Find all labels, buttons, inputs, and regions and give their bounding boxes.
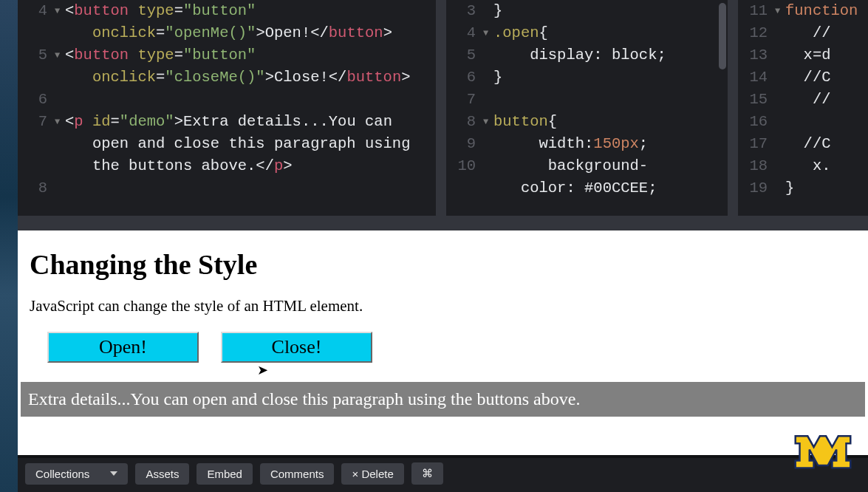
button-row: Open! Close! [30,332,856,363]
michigan-logo-icon [791,430,855,473]
output-preview: Changing the Style JavaScript can change… [18,230,868,455]
js-editor-panel[interactable]: 11▼function 12 // 13 x=d 14 //C 15 // 16… [738,0,868,216]
assets-button[interactable]: Assets [135,463,189,485]
collections-button[interactable]: Collections [25,463,128,485]
close-button[interactable]: Close! [221,332,372,363]
editor-panels: 4▼<button type="button" onclick="openMe(… [18,0,868,216]
shortcuts-button[interactable]: ⌘ [411,462,443,485]
output-heading: Changing the Style [30,248,856,281]
html-editor-panel[interactable]: 4▼<button type="button" onclick="openMe(… [18,0,446,216]
delete-button[interactable]: × Delete [341,463,403,485]
scrollbar-thumb[interactable] [719,3,726,69]
comments-button[interactable]: Comments [260,463,335,485]
chevron-down-icon [110,471,117,476]
demo-paragraph: Extra details...You can open and close t… [21,382,865,417]
css-code[interactable]: 3} 4▼.open{ 5 display: block; 6} 7 8▼but… [446,0,728,199]
desktop-background-strip [0,0,18,492]
panel-divider[interactable] [18,216,868,230]
js-code[interactable]: 11▼function 12 // 13 x=d 14 //C 15 // 16… [738,0,868,199]
embed-button[interactable]: Embed [197,463,253,485]
css-editor-panel[interactable]: 3} 4▼.open{ 5 display: block; 6} 7 8▼but… [446,0,738,216]
html-code[interactable]: 4▼<button type="button" onclick="openMe(… [18,0,436,199]
mouse-cursor-icon: ➤ [257,362,268,378]
collections-label: Collections [35,468,89,480]
open-button[interactable]: Open! [47,332,199,363]
output-lead-text: JavaScript can change the style of an HT… [30,297,856,315]
footer-toolbar: Collections Assets Embed Comments × Dele… [18,455,868,489]
